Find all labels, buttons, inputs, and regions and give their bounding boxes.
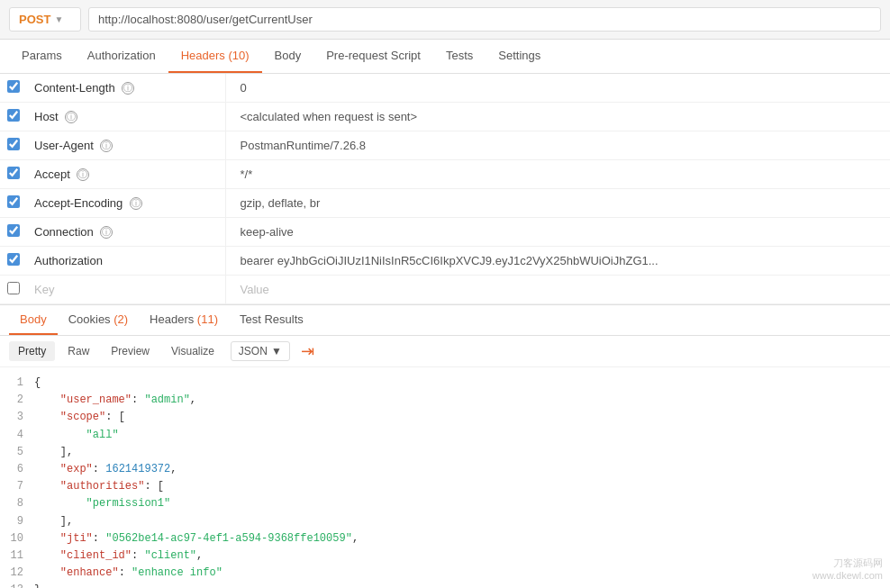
tab-params[interactable]: Params <box>9 40 75 73</box>
tab-headers[interactable]: Headers (10) <box>168 40 262 73</box>
header-row-connection: Connection ⓘ keep-alive <box>0 218 890 247</box>
info-icon-user-agent: ⓘ <box>100 140 113 152</box>
response-tab-body[interactable]: Body <box>9 305 58 335</box>
json-line-3: 3 "scope": [ <box>0 409 890 426</box>
format-label: JSON <box>239 345 268 357</box>
json-line-1: 1 { <box>0 375 890 392</box>
request-tabs: Params Authorization Headers (10) Body P… <box>0 40 890 74</box>
json-line-12: 12 "enhance": "enhance info" <box>0 565 890 582</box>
header-checkbox-content-length[interactable] <box>7 80 20 93</box>
wrap-icon[interactable]: ⇥ <box>301 341 314 361</box>
info-icon-content-length: ⓘ <box>122 82 134 95</box>
tab-prerequest[interactable]: Pre-request Script <box>313 40 433 73</box>
method-label: POST <box>19 13 50 26</box>
header-val-placeholder: Value <box>241 283 269 296</box>
url-input[interactable] <box>88 7 881 32</box>
json-viewer: 1 { 2 "user_name": "admin", 3 "scope": [… <box>0 367 890 588</box>
header-checkbox-user-agent[interactable] <box>7 138 20 150</box>
json-line-7: 7 "authorities": [ <box>0 478 890 495</box>
json-line-4: 4 "all" <box>0 427 890 444</box>
json-line-13: 13 } <box>0 582 890 588</box>
header-checkbox-accept-encoding[interactable] <box>7 195 20 208</box>
header-row-content-length: Content-Length ⓘ 0 <box>0 74 890 103</box>
headers-section: Content-Length ⓘ 0 Host ⓘ <calculated wh… <box>0 74 890 304</box>
response-tabs: Body Cookies (2) Headers (11) Test Resul… <box>0 305 890 336</box>
header-val-accept: */* <box>241 167 253 181</box>
info-icon-connection: ⓘ <box>100 226 113 239</box>
header-key-host: Host <box>34 110 59 123</box>
sub-tab-visualize[interactable]: Visualize <box>162 341 223 361</box>
tab-settings[interactable]: Settings <box>486 40 553 73</box>
header-key-placeholder: Key <box>34 283 54 296</box>
json-line-9: 9 ], <box>0 513 890 530</box>
header-row-empty: Key Value <box>0 276 890 304</box>
header-key-user-agent: User-Agent <box>34 139 94 152</box>
header-val-user-agent: PostmanRuntime/7.26.8 <box>241 139 366 152</box>
header-key-content-length: Content-Length <box>34 81 115 95</box>
json-line-5: 5 ], <box>0 444 890 461</box>
tab-tests[interactable]: Tests <box>433 40 486 73</box>
info-icon-host: ⓘ <box>65 111 77 123</box>
header-val-host: <calculated when request is sent> <box>241 110 418 123</box>
header-val-connection: keep-alive <box>241 225 294 239</box>
format-select[interactable]: JSON ▼ <box>231 341 290 361</box>
response-tab-headers[interactable]: Headers (11) <box>139 305 229 335</box>
response-tab-cookies[interactable]: Cookies (2) <box>58 305 139 335</box>
header-key-authorization: Authorization <box>34 254 103 267</box>
header-val-authorization: bearer eyJhbGciOiJIUzI1NiIsInR5cCI6IkpXV… <box>241 254 658 267</box>
url-bar: POST ▼ <box>0 0 890 40</box>
header-row-accept: Accept ⓘ */* <box>0 160 890 189</box>
header-checkbox-host[interactable] <box>7 109 20 122</box>
json-line-11: 11 "client_id": "client", <box>0 547 890 565</box>
sub-tab-pretty[interactable]: Pretty <box>9 341 55 361</box>
header-checkbox-empty[interactable] <box>7 282 20 294</box>
tab-authorization[interactable]: Authorization <box>75 40 168 73</box>
header-row-user-agent: User-Agent ⓘ PostmanRuntime/7.26.8 <box>0 131 890 160</box>
json-line-8: 8 "permission1" <box>0 495 890 512</box>
header-checkbox-connection[interactable] <box>7 224 20 237</box>
header-key-connection: Connection <box>34 225 94 239</box>
header-row-host: Host ⓘ <calculated when request is sent> <box>0 103 890 131</box>
sub-tabs-row: Pretty Raw Preview Visualize JSON ▼ ⇥ <box>0 336 890 367</box>
header-checkbox-accept[interactable] <box>7 167 20 179</box>
header-row-accept-encoding: Accept-Encoding ⓘ gzip, deflate, br <box>0 189 890 218</box>
json-line-10: 10 "jti": "0562be14-ac97-4ef1-a594-9368f… <box>0 530 890 547</box>
response-section: Body Cookies (2) Headers (11) Test Resul… <box>0 304 890 588</box>
json-line-6: 6 "exp": 1621419372, <box>0 461 890 478</box>
method-select[interactable]: POST ▼ <box>9 7 81 32</box>
json-line-2: 2 "user_name": "admin", <box>0 392 890 409</box>
chevron-down-icon-format: ▼ <box>271 345 282 357</box>
header-val-accept-encoding: gzip, deflate, br <box>241 196 321 210</box>
headers-table: Content-Length ⓘ 0 Host ⓘ <calculated wh… <box>0 74 890 304</box>
header-val-content-length: 0 <box>241 81 247 95</box>
info-icon-accept-encoding: ⓘ <box>130 197 142 210</box>
sub-tab-preview[interactable]: Preview <box>102 341 159 361</box>
header-row-authorization: Authorization bearer eyJhbGciOiJIUzI1NiI… <box>0 247 890 276</box>
info-icon-accept: ⓘ <box>77 168 89 181</box>
response-tab-test-results[interactable]: Test Results <box>229 305 314 335</box>
header-checkbox-authorization[interactable] <box>7 253 20 266</box>
chevron-down-icon: ▼ <box>54 14 63 24</box>
tab-body[interactable]: Body <box>262 40 314 73</box>
header-key-accept-encoding: Accept-Encoding <box>34 196 123 210</box>
header-key-accept: Accept <box>34 167 70 181</box>
sub-tab-raw[interactable]: Raw <box>59 341 98 361</box>
